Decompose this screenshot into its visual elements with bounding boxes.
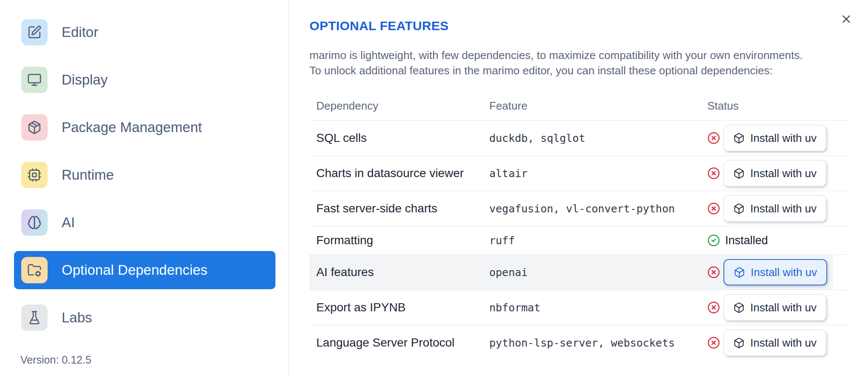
icon-tile: [21, 162, 48, 188]
circle-check-icon: [707, 234, 720, 247]
sidebar-item-package-management[interactable]: Package Management: [14, 108, 275, 147]
sidebar-item-optional-dependencies[interactable]: Optional Dependencies: [14, 251, 275, 289]
status-cell: Install with uv: [707, 125, 849, 151]
dependencies-table: Dependency Feature Status SQL cells duck…: [309, 91, 849, 360]
dependency-cell: Fast server-side charts: [309, 202, 489, 215]
version-label: Version: 0.12.5: [20, 354, 91, 366]
close-icon: [840, 13, 853, 25]
feature-cell: altair: [489, 167, 707, 180]
settings-dialog: Editor Display Package Management Runt: [0, 0, 868, 378]
box-icon: [734, 267, 745, 278]
status-cell: Install with uv: [707, 160, 849, 186]
sidebar-item-label: Optional Dependencies: [62, 262, 207, 278]
panel-description: marimo is lightweight, with few dependen…: [309, 48, 803, 78]
circle-x-icon: [707, 132, 720, 144]
square-pen-icon: [27, 25, 42, 39]
status-cell: Install with uv: [707, 294, 849, 321]
table-body: SQL cells duckdb, sqlglot Install with u…: [309, 121, 849, 360]
dependency-cell: AI features: [309, 265, 489, 279]
description-line-1: marimo is lightweight, with few dependen…: [309, 49, 803, 62]
circle-x-icon: [707, 202, 720, 215]
feature-cell: nbformat: [489, 302, 707, 314]
box-icon: [733, 203, 745, 214]
action-label: Install with uv: [750, 301, 817, 314]
icon-tile: [21, 209, 48, 236]
feature-cell: ruff: [489, 234, 707, 247]
box-icon: [733, 337, 745, 349]
dependency-cell: SQL cells: [309, 131, 489, 145]
status-cell: Install with uv: [707, 195, 849, 222]
icon-tile: [21, 114, 48, 141]
install-button[interactable]: Install with uv: [723, 294, 826, 321]
dependency-cell: Language Server Protocol: [309, 336, 489, 350]
box-icon: [733, 168, 745, 179]
monitor-icon: [27, 73, 42, 87]
feature-cell: openai: [489, 266, 707, 279]
table-row-export-as-ipynb: Export as IPYNB nbformat Install with uv: [309, 290, 849, 325]
dependency-cell: Charts in datasource viewer: [309, 166, 489, 180]
icon-tile: [21, 67, 48, 93]
flask-icon: [27, 310, 42, 325]
install-button[interactable]: Install with uv: [723, 259, 827, 285]
action-label: Install with uv: [750, 167, 817, 180]
install-button[interactable]: Install with uv: [723, 125, 826, 151]
column-header-status: Status: [707, 99, 849, 113]
table-row-fast-server-side-charts: Fast server-side charts vegafusion, vl-c…: [309, 191, 849, 226]
description-line-2: To unlock additional features in the mar…: [309, 64, 773, 77]
sidebar-nav: Editor Display Package Management Runt: [14, 13, 289, 337]
circle-x-icon: [707, 266, 720, 279]
sidebar-item-ai[interactable]: AI: [14, 203, 275, 242]
dependency-cell: Formatting: [309, 234, 489, 247]
dependency-cell: Export as IPYNB: [309, 301, 489, 314]
close-button[interactable]: [839, 12, 854, 26]
feature-cell: duckdb, sqlglot: [489, 132, 707, 144]
sidebar-item-label: Runtime: [62, 167, 114, 183]
icon-tile: [21, 19, 48, 45]
action-label: Install with uv: [750, 202, 817, 215]
status-cell: Installed: [707, 234, 849, 247]
action-label: Install with uv: [751, 266, 817, 279]
sidebar-item-label: Package Management: [62, 119, 202, 135]
table-header-row: Dependency Feature Status: [309, 91, 849, 121]
sidebar-item-labs[interactable]: Labs: [14, 299, 275, 337]
table-row-ai-features: AI features openai Install with uv: [309, 255, 849, 290]
table-row-formatting: Formatting ruff Installed: [309, 226, 849, 255]
folder-cog-icon: [27, 263, 42, 277]
sidebar-item-display[interactable]: Display: [14, 61, 275, 99]
icon-tile: [21, 257, 48, 283]
circle-x-icon: [707, 167, 720, 180]
circle-x-icon: [707, 301, 720, 314]
install-button[interactable]: Install with uv: [723, 195, 826, 222]
install-button[interactable]: Install with uv: [723, 160, 826, 186]
action-label: Install with uv: [750, 336, 817, 350]
status-cell: Install with uv: [707, 259, 849, 285]
box-icon: [733, 302, 745, 313]
table-row-sql-cells: SQL cells duckdb, sqlglot Install with u…: [309, 121, 849, 156]
package-icon: [27, 120, 42, 135]
brain-icon: [27, 215, 42, 230]
panel-title: OPTIONAL FEATURES: [309, 19, 448, 33]
optional-features-panel: OPTIONAL FEATURES marimo is lightweight,…: [289, 0, 868, 378]
table-row-charts-in-datasource-viewer: Charts in datasource viewer altair Insta…: [309, 156, 849, 191]
installed-label: Installed: [725, 234, 768, 247]
box-icon: [733, 133, 745, 144]
sidebar-item-editor[interactable]: Editor: [14, 13, 275, 51]
sidebar-item-runtime[interactable]: Runtime: [14, 156, 275, 194]
feature-cell: python-lsp-server, websockets: [489, 337, 707, 349]
feature-cell: vegafusion, vl-convert-python: [489, 203, 707, 215]
column-header-feature: Feature: [489, 99, 707, 113]
icon-tile: [21, 305, 48, 331]
install-button[interactable]: Install with uv: [723, 330, 826, 356]
status-cell: Install with uv: [707, 330, 849, 356]
sidebar-item-label: AI: [62, 214, 75, 231]
sidebar-item-label: Labs: [62, 310, 92, 326]
circle-x-icon: [707, 336, 720, 349]
action-label: Install with uv: [750, 132, 817, 145]
settings-sidebar: Editor Display Package Management Runt: [0, 0, 289, 378]
column-header-dependency: Dependency: [309, 99, 489, 113]
cpu-icon: [27, 168, 42, 182]
sidebar-item-label: Display: [62, 72, 108, 88]
sidebar-item-label: Editor: [62, 24, 98, 40]
table-row-language-server-protocol: Language Server Protocol python-lsp-serv…: [309, 325, 849, 360]
